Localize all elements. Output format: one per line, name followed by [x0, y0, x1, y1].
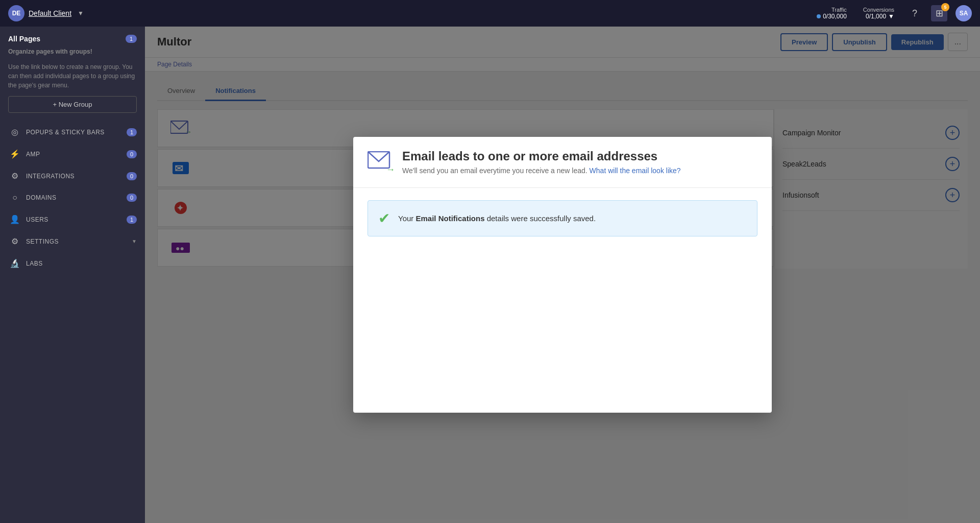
- nav-icons: ? ⊞ 5 SA: [906, 5, 972, 21]
- success-highlight: Email Notifications: [415, 214, 484, 223]
- help-icon-button[interactable]: ?: [906, 5, 923, 21]
- integrations-icon: ⚙: [10, 171, 20, 181]
- amp-icon: ⚡: [10, 149, 20, 159]
- conversions-dropdown-arrow[interactable]: ▼: [888, 13, 894, 20]
- grid-icon-button[interactable]: ⊞ 5: [931, 5, 947, 21]
- sidebar-nav-items: ◎ POPUPS & STICKY BARS 1 ⚡ AMP 0 ⚙ INTEG…: [0, 121, 145, 274]
- success-text: Your Email Notifications details were su…: [398, 214, 596, 223]
- conversions-value: 0/1,000 ▼: [866, 13, 894, 20]
- top-navigation: DE Default Client ▼ Traffic 0/30,000 Con…: [0, 0, 980, 27]
- sidebar-item-integrations[interactable]: ⚙ INTEGRATIONS 0: [0, 165, 145, 187]
- client-name[interactable]: Default Client: [29, 9, 71, 17]
- traffic-dot: [817, 14, 821, 18]
- all-pages-badge: 1: [126, 35, 137, 43]
- modal-overlay[interactable]: → Email leads to one or more email addre…: [145, 27, 980, 523]
- traffic-value: 0/30,000: [817, 13, 847, 20]
- users-count: 1: [127, 216, 137, 224]
- pages-organize-description: Organize pages with groups!: [8, 47, 137, 56]
- domains-icon: ○: [10, 193, 20, 202]
- traffic-label: Traffic: [831, 7, 847, 13]
- popups-label: POPUPS & STICKY BARS: [26, 129, 120, 136]
- labs-icon: 🔬: [10, 258, 20, 268]
- users-label: USERS: [26, 216, 120, 223]
- sidebar: All Pages 1 Organize pages with groups! …: [0, 27, 145, 523]
- conversions-stat: Conversions 0/1,000 ▼: [863, 7, 894, 20]
- modal-header: → Email leads to one or more email addre…: [353, 137, 772, 188]
- sidebar-item-labs[interactable]: 🔬 LABS: [0, 252, 145, 274]
- organize-heading: Organize pages with groups!: [8, 48, 92, 55]
- modal-body: ✔ Your Email Notifications details were …: [353, 188, 772, 413]
- email-notifications-modal: → Email leads to one or more email addre…: [353, 137, 772, 413]
- sidebar-item-settings[interactable]: ⚙ SETTINGS ▼: [0, 230, 145, 252]
- svg-text:→: →: [386, 164, 394, 174]
- email-look-link[interactable]: What will the email look like?: [590, 167, 681, 175]
- success-suffix: details were successfully saved.: [485, 214, 596, 223]
- modal-email-icon: →: [368, 151, 394, 178]
- settings-label: SETTINGS: [26, 238, 126, 245]
- users-icon: 👤: [10, 215, 20, 224]
- content-area: Multor Preview Unpublish Republish ... P…: [145, 27, 980, 523]
- popups-icon: ◎: [10, 127, 20, 137]
- main-layout: All Pages 1 Organize pages with groups! …: [0, 27, 980, 523]
- modal-subtitle: We'll send you an email everytime you re…: [402, 167, 757, 175]
- integrations-count: 0: [127, 172, 137, 180]
- all-pages-header: All Pages 1: [8, 35, 137, 43]
- modal-subtitle-text: We'll send you an email everytime you re…: [402, 167, 587, 175]
- domains-label: DOMAINS: [26, 194, 120, 201]
- sidebar-item-users[interactable]: 👤 USERS 1: [0, 208, 145, 230]
- pages-long-description: Use the link below to create a new group…: [8, 62, 137, 90]
- settings-icon: ⚙: [10, 236, 20, 246]
- modal-title-section: Email leads to one or more email address…: [402, 149, 757, 175]
- sidebar-item-popups[interactable]: ◎ POPUPS & STICKY BARS 1: [0, 121, 145, 143]
- success-check-icon: ✔: [378, 210, 390, 227]
- success-prefix: Your: [398, 214, 415, 223]
- modal-title: Email leads to one or more email address…: [402, 149, 757, 163]
- amp-label: AMP: [26, 151, 120, 158]
- settings-arrow: ▼: [132, 239, 137, 244]
- sidebar-item-amp[interactable]: ⚡ AMP 0: [0, 143, 145, 165]
- conversions-label: Conversions: [863, 7, 894, 13]
- traffic-stat: Traffic 0/30,000: [817, 7, 847, 20]
- client-avatar: DE: [8, 5, 24, 21]
- new-group-button[interactable]: + New Group: [8, 96, 137, 113]
- notification-badge: 5: [941, 3, 949, 11]
- client-selector[interactable]: DE Default Client ▼: [8, 5, 84, 21]
- success-banner: ✔ Your Email Notifications details were …: [368, 200, 757, 236]
- sidebar-pages-section: All Pages 1 Organize pages with groups! …: [0, 27, 145, 121]
- all-pages-title: All Pages: [8, 35, 40, 43]
- popups-count: 1: [127, 128, 137, 136]
- labs-label: LABS: [26, 260, 137, 267]
- stats-section: Traffic 0/30,000 Conversions 0/1,000 ▼: [817, 7, 894, 20]
- amp-count: 0: [127, 150, 137, 158]
- integrations-label: INTEGRATIONS: [26, 173, 120, 180]
- sidebar-item-domains[interactable]: ○ DOMAINS 0: [0, 187, 145, 208]
- user-avatar[interactable]: SA: [955, 5, 972, 21]
- domains-count: 0: [127, 194, 137, 202]
- client-dropdown-arrow: ▼: [78, 10, 84, 17]
